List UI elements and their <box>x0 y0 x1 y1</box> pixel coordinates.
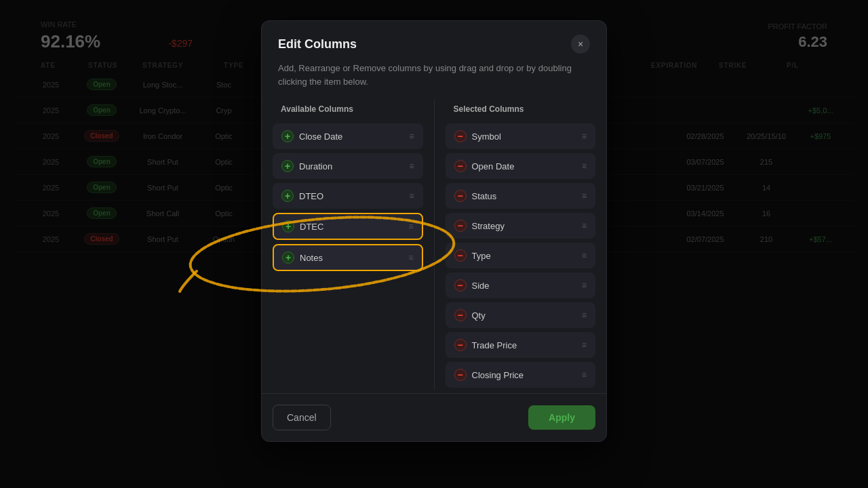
selected-column-item[interactable]: − Closing Price ≡ <box>446 362 596 388</box>
col-item-label: Closing Price <box>472 370 524 380</box>
selected-columns-panel: Selected Columns − Symbol ≡ − Open Date … <box>446 99 596 390</box>
add-column-icon: + <box>281 160 294 172</box>
col-item-label: Side <box>472 281 490 291</box>
col-item-label: Strategy <box>472 221 505 231</box>
col-item-left: − Closing Price <box>454 369 524 381</box>
col-item-label: Open Date <box>472 161 515 171</box>
available-column-item[interactable]: + Notes ≡ <box>273 244 423 271</box>
modal-header: Edit Columns × <box>262 21 606 62</box>
col-item-label: Close Date <box>299 131 342 142</box>
col-item-label: DTEO <box>299 191 323 201</box>
remove-column-icon[interactable]: − <box>454 309 467 321</box>
selected-column-item[interactable]: − Qty ≡ <box>446 302 596 328</box>
add-column-icon: + <box>281 190 294 202</box>
remove-column-icon[interactable]: − <box>454 160 467 172</box>
drag-handle-icon[interactable]: ≡ <box>409 161 414 171</box>
available-columns-list: + Close Date ≡ + Duration ≡ + DTEO ≡ + D… <box>273 123 423 390</box>
drag-handle-icon[interactable]: ≡ <box>409 131 414 141</box>
col-item-label: Trade Price <box>472 340 517 350</box>
drag-handle-icon[interactable]: ≡ <box>582 131 587 141</box>
edit-columns-modal: Edit Columns × Add, Rearrange or Remove … <box>261 20 607 442</box>
selected-column-item[interactable]: − Symbol ≡ <box>446 123 596 149</box>
selected-column-item[interactable]: − Status ≡ <box>446 183 596 209</box>
remove-column-icon[interactable]: − <box>454 220 467 232</box>
drag-handle-icon[interactable]: ≡ <box>582 370 587 380</box>
drag-handle-icon[interactable]: ≡ <box>582 161 587 171</box>
modal-subtitle: Add, Rearrange or Remove columns by usin… <box>262 62 606 99</box>
col-item-label: Notes <box>300 253 323 263</box>
remove-column-icon[interactable]: − <box>454 249 467 262</box>
col-item-left: − Type <box>454 249 491 262</box>
apply-button[interactable]: Apply <box>528 405 595 430</box>
col-item-left: + DTEC <box>282 220 323 232</box>
col-item-left: − Status <box>454 190 497 202</box>
col-item-left: − Open Date <box>454 160 515 172</box>
drag-handle-icon[interactable]: ≡ <box>582 221 587 230</box>
col-item-left: + DTEO <box>281 190 323 202</box>
col-item-label: Qty <box>472 310 486 321</box>
drag-handle-icon[interactable]: ≡ <box>582 191 587 201</box>
cancel-button[interactable]: Cancel <box>273 405 331 430</box>
drag-handle-icon[interactable]: ≡ <box>582 281 587 290</box>
add-column-icon: + <box>282 251 294 264</box>
add-column-icon: + <box>281 130 294 142</box>
remove-column-icon[interactable]: − <box>454 190 467 202</box>
selected-columns-title: Selected Columns <box>446 99 596 119</box>
available-column-item[interactable]: + Close Date ≡ <box>273 123 423 149</box>
columns-divider <box>434 99 435 390</box>
col-item-left: − Qty <box>454 309 486 321</box>
col-item-left: − Strategy <box>454 220 505 232</box>
col-item-left: − Side <box>454 279 490 291</box>
col-item-left: + Duration <box>281 160 332 172</box>
selected-column-item[interactable]: − Trade Price ≡ <box>446 332 596 358</box>
drag-handle-icon[interactable]: ≡ <box>409 191 414 201</box>
selected-columns-list: − Symbol ≡ − Open Date ≡ − Status ≡ − St… <box>446 123 596 390</box>
remove-column-icon[interactable]: − <box>454 279 467 291</box>
modal-columns-container: Available Columns + Close Date ≡ + Durat… <box>262 99 606 390</box>
modal-footer: Cancel Apply <box>262 393 606 441</box>
remove-column-icon[interactable]: − <box>454 130 467 142</box>
col-item-label: Type <box>472 251 491 261</box>
col-item-left: + Close Date <box>281 130 342 142</box>
col-item-label: Duration <box>299 161 332 171</box>
drag-handle-icon[interactable]: ≡ <box>582 340 587 350</box>
drag-handle-icon[interactable]: ≡ <box>408 222 413 231</box>
remove-column-icon[interactable]: − <box>454 369 467 381</box>
drag-handle-icon[interactable]: ≡ <box>582 251 587 260</box>
available-column-item[interactable]: + DTEC ≡ <box>273 213 423 240</box>
col-item-label: Symbol <box>472 131 501 142</box>
modal-close-button[interactable]: × <box>571 35 590 54</box>
col-item-left: + Notes <box>282 251 323 264</box>
selected-column-item[interactable]: − Side ≡ <box>446 272 596 298</box>
col-item-left: − Trade Price <box>454 339 517 351</box>
available-column-item[interactable]: + DTEO ≡ <box>273 183 423 209</box>
selected-column-item[interactable]: − Strategy ≡ <box>446 213 596 239</box>
selected-column-item[interactable]: − Open Date ≡ <box>446 153 596 179</box>
col-item-label: DTEC <box>300 222 323 232</box>
available-column-item[interactable]: + Duration ≡ <box>273 153 423 179</box>
selected-column-item[interactable]: − Type ≡ <box>446 243 596 268</box>
col-item-label: Status <box>472 191 497 201</box>
available-columns-panel: Available Columns + Close Date ≡ + Durat… <box>273 99 423 390</box>
available-columns-title: Available Columns <box>273 99 423 119</box>
remove-column-icon[interactable]: − <box>454 339 467 351</box>
col-item-left: − Symbol <box>454 130 501 142</box>
drag-handle-icon[interactable]: ≡ <box>582 310 587 320</box>
drag-handle-icon[interactable]: ≡ <box>408 253 413 262</box>
add-column-icon: + <box>282 220 294 232</box>
modal-title: Edit Columns <box>278 37 357 52</box>
